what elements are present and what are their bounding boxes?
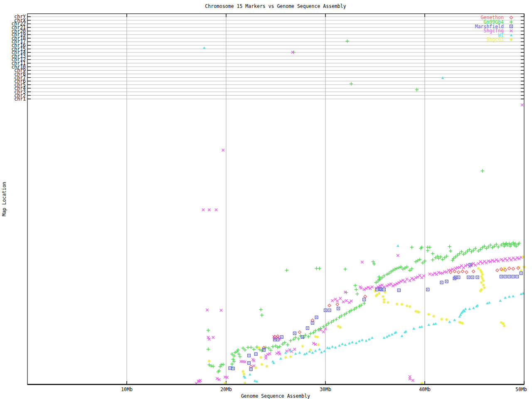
marker-plus [449,249,452,253]
chart-page: Chromosome 15 Markers vs Genome Sequence… [0,0,532,399]
marker-plus [480,169,484,172]
marker-plus [410,246,414,249]
x-tick-label: 10Mb [121,387,133,392]
marker-plus [278,345,281,348]
marker-cross [220,309,222,311]
marker-triangle [420,325,423,328]
marker-square-dot [504,275,507,278]
marker-triangle [331,345,334,348]
marker-plus [426,249,429,252]
marker-triangle [391,333,394,335]
marker-asterisk [382,298,385,301]
marker-triangle [453,318,456,321]
marker-plus [269,349,272,352]
marker-plus [441,258,444,261]
marker-triangle [401,335,404,337]
marker-plus [309,332,312,335]
x-tick-label: 50Mb [515,387,527,392]
marker-triangle [351,341,354,343]
marker-diamond [328,304,331,307]
marker-cross [397,254,399,256]
marker-square-dot [426,288,429,291]
marker-diamond [298,331,301,334]
marker-plus [355,292,359,296]
marker-triangle [311,351,314,354]
marker-asterisk [382,300,385,303]
marker-plus [249,346,253,349]
plot-frame [27,14,524,384]
marker-triangle [320,351,323,353]
marker-triangle [361,339,364,341]
marker-cross [404,281,406,283]
marker-plus [289,339,292,342]
marker-plus [428,246,431,249]
marker-plus [307,335,310,338]
marker-plus [431,258,434,261]
marker-square-dot [467,276,470,279]
marker-plus [431,252,434,255]
marker-asterisk [260,363,263,366]
series-shgcg3 [208,256,526,385]
marker-cross [215,209,217,211]
gridlines [27,14,524,384]
marker-cross [264,357,267,359]
marker-triangle [284,351,287,354]
marker-triangle [314,349,317,352]
marker-cross [458,266,461,268]
marker-cross [345,299,347,302]
marker-asterisk [461,322,464,325]
marker-plus [399,265,402,268]
x-tick-label: 40Mb [419,387,431,392]
marker-triangle [508,295,511,298]
marker-cross [339,297,342,300]
marker-plus [421,261,424,264]
marker-asterisk [432,315,435,318]
chrom-label-chr1: chr1 [14,96,26,102]
marker-plus [297,337,300,340]
marker-diamond [496,269,499,272]
y-axis-title: Map Location [1,182,7,216]
marker-square-dot [508,275,511,278]
marker-cross [472,262,475,265]
marker-cross [521,103,523,106]
marker-asterisk [289,355,292,358]
marker-cross [411,379,414,382]
marker-triangle [203,47,206,49]
marker-asterisk [510,38,512,41]
series-gm99gb4 [207,39,521,374]
marker-plus [327,322,330,325]
marker-cross [371,286,373,288]
marker-asterisk [317,343,320,346]
marker-square-dot [248,354,251,357]
marker-asterisk [241,370,244,373]
marker-cross [253,360,255,362]
marker-diamond [364,295,367,298]
marker-plus [495,243,498,246]
marker-square-dot [315,316,318,319]
plot-border [27,14,524,384]
marker-square-dot [376,288,379,291]
marker-cross [474,264,477,266]
marker-asterisk [427,313,430,316]
marker-square-dot [337,307,340,310]
marker-triangle [383,336,386,339]
marker-cross [504,257,506,260]
marker-plus [246,346,249,349]
marker-triangle [448,320,451,323]
marker-diamond [457,271,460,273]
marker-square-dot [457,276,460,279]
marker-square-dot [500,275,503,278]
marker-plus [230,362,234,366]
marker-triangle [305,352,308,355]
marker-plus [207,329,210,332]
marker-asterisk [301,345,304,348]
marker-plus [415,88,419,91]
marker-triangle [368,338,371,340]
series-marshfield [229,263,522,370]
marker-plus [207,347,210,351]
marker-asterisk [382,295,384,298]
marker-cross [202,209,204,211]
series-wi [203,47,525,383]
marker-triangle [504,296,507,299]
marker-plus [299,334,302,337]
